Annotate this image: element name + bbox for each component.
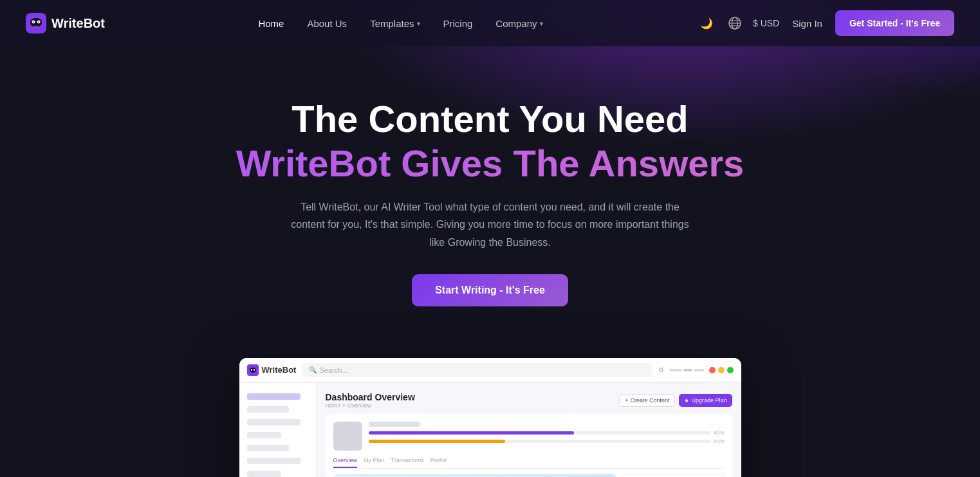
globe-icon: [728, 17, 741, 30]
language-selector[interactable]: [725, 13, 745, 33]
logo-text: WriteBot: [51, 16, 105, 31]
minimize-button: [718, 367, 725, 373]
progress-fill-2: [369, 440, 506, 443]
chevron-down-icon: ▾: [540, 20, 543, 27]
dashboard-search[interactable]: 🔍 Search...: [302, 363, 651, 377]
maximize-button: [727, 367, 734, 373]
dashboard-main: Dashboard Overview Home > Overview + Cre…: [317, 383, 741, 477]
dashboard-breadcrumb: Home > Overview: [326, 402, 415, 409]
dark-mode-toggle[interactable]: 🌙: [696, 13, 717, 33]
tab-overview[interactable]: Overview: [333, 457, 358, 468]
settings-icon[interactable]: ⚙: [658, 366, 664, 373]
logo[interactable]: WriteBot: [26, 13, 105, 33]
dashboard-profile-row: 60% 40%: [333, 422, 725, 451]
currency-selector[interactable]: $ USD: [753, 18, 779, 28]
svg-point-11: [250, 368, 256, 373]
nav-item-home[interactable]: Home: [248, 13, 294, 34]
svg-point-13: [253, 369, 254, 370]
nav-item-company[interactable]: Company ▾: [485, 13, 553, 34]
dashboard-logo: WriteBot: [247, 364, 297, 376]
dashboard-sidebar: [239, 383, 317, 477]
plus-icon: +: [625, 397, 628, 404]
svg-point-12: [250, 369, 252, 370]
nav-links: Home About Us Templates ▾ Pricing Compan…: [248, 13, 553, 34]
start-writing-button[interactable]: Start Writing - It's Free: [412, 274, 568, 306]
dashboard-title: Dashboard Overview: [326, 392, 415, 402]
dashboard-logo-icon: [247, 364, 259, 376]
logo-icon: [26, 13, 46, 33]
dashboard-tabs: Overview My Plan Transactions Profile: [333, 457, 725, 469]
dashboard-body: Dashboard Overview Home > Overview + Cre…: [239, 383, 741, 477]
get-started-button[interactable]: Get Started - It's Free: [835, 10, 954, 36]
upgrade-plan-button[interactable]: ★ Upgrade Plan: [679, 394, 732, 407]
sidebar-item: [247, 458, 300, 464]
user-info: 60% 40%: [369, 422, 725, 451]
sidebar-item: [247, 393, 300, 400]
user-name-placeholder: [369, 422, 420, 427]
navbar: WriteBot Home About Us Templates ▾ Prici…: [0, 0, 980, 46]
progress-bar-2: [369, 440, 711, 443]
progress-fill-1: [369, 431, 574, 435]
hero-title-line1: The Content You Need: [13, 98, 967, 141]
nav-item-pricing[interactable]: Pricing: [433, 13, 483, 34]
dashboard-topbar-right: ⚙: [658, 366, 734, 373]
progress-bar-1: [369, 431, 711, 435]
nav-right: 🌙 $ USD Sign In Get Started - It's Free: [696, 10, 954, 36]
progress-row-1: 60%: [369, 430, 725, 436]
window-controls: [709, 367, 734, 373]
nav-item-about[interactable]: About Us: [297, 13, 357, 34]
svg-point-1: [30, 17, 42, 28]
close-button: [709, 367, 716, 373]
sidebar-item: [247, 471, 282, 477]
chart-left: [333, 474, 616, 477]
dashboard-title-group: Dashboard Overview Home > Overview: [326, 392, 415, 409]
hero-illustration: [333, 474, 616, 477]
stat-card-1: [622, 474, 725, 477]
chart-area: [333, 474, 725, 477]
dashboard-preview: WriteBot 🔍 Search... ⚙: [239, 358, 741, 477]
dashboard-topbar: WriteBot 🔍 Search... ⚙: [239, 358, 741, 383]
sidebar-item: [247, 419, 300, 426]
create-content-button[interactable]: + Create Content: [619, 394, 675, 407]
svg-point-5: [38, 21, 39, 23]
star-icon: ★: [684, 397, 689, 404]
tab-myplan[interactable]: My Plan: [364, 457, 385, 468]
hero-title-line2: WriteBot Gives The Answers: [13, 141, 967, 186]
signin-link[interactable]: Sign In: [787, 18, 827, 29]
progress-indicators: [669, 369, 704, 371]
stats-cards: [622, 474, 725, 477]
hero-subtitle: Tell WriteBot, our AI Writer Tool what t…: [284, 198, 696, 251]
sidebar-item: [247, 432, 282, 438]
user-avatar: [333, 422, 362, 451]
nav-item-templates[interactable]: Templates ▾: [360, 13, 430, 34]
tab-profile[interactable]: Profile: [430, 457, 447, 468]
sidebar-item: [247, 445, 289, 451]
chevron-down-icon: ▾: [417, 20, 420, 27]
tab-transactions[interactable]: Transactions: [391, 457, 424, 468]
sidebar-item: [247, 406, 289, 413]
dashboard-main-header: Dashboard Overview Home > Overview + Cre…: [326, 392, 732, 409]
dashboard-header-buttons: + Create Content ★ Upgrade Plan: [619, 394, 732, 407]
dashboard-content-area: 60% 40% Overview My Plan Transactions: [326, 414, 732, 477]
progress-row-2: 40%: [369, 438, 725, 444]
hero-section: The Content You Need WriteBot Gives The …: [0, 46, 980, 332]
svg-point-4: [33, 21, 34, 23]
